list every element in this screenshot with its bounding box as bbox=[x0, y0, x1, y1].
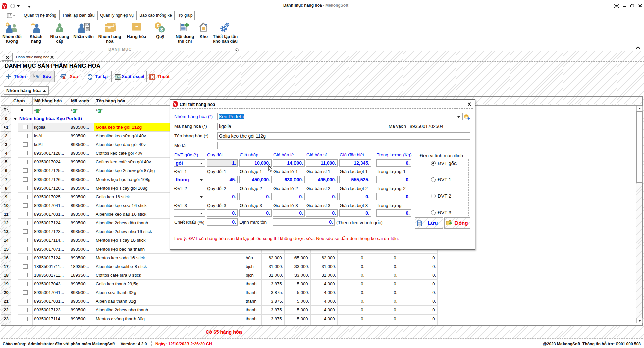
svg-text:XLSX: XLSX bbox=[115, 76, 121, 78]
svg-text:$: $ bbox=[160, 27, 163, 32]
